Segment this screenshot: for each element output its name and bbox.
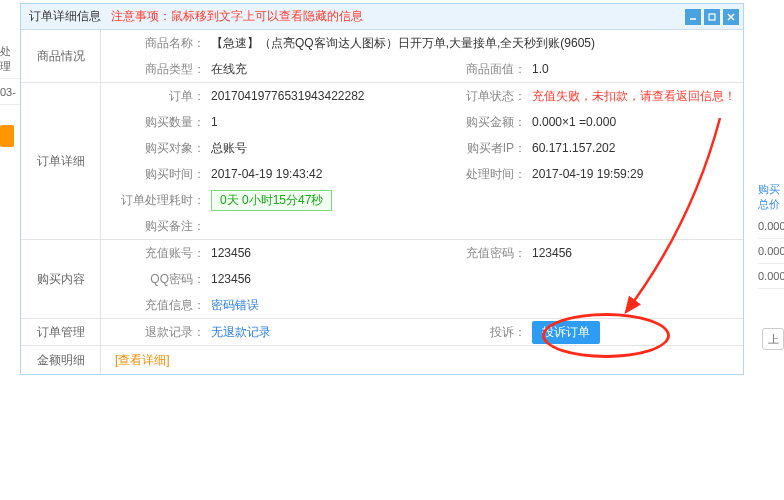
label: 投诉： bbox=[422, 324, 532, 341]
dialog-title: 订单详细信息 bbox=[29, 8, 101, 25]
label: 商品类型： bbox=[101, 61, 211, 78]
section-label: 商品情况 bbox=[21, 30, 101, 82]
recharge-pwd: 123456 bbox=[532, 246, 743, 260]
dialog-notice: 注意事项：鼠标移到文字上可以查看隐藏的信息 bbox=[111, 8, 363, 25]
product-type: 在线充 bbox=[211, 61, 422, 78]
bg-col-header: 购买总价 bbox=[758, 180, 784, 214]
order-amount: 0.000×1 =0.000 bbox=[532, 115, 743, 129]
label: 订单处理耗时： bbox=[101, 192, 211, 209]
order-detail-dialog: 订单详细信息 注意事项：鼠标移到文字上可以查看隐藏的信息 商品情况 商品名称： … bbox=[20, 3, 744, 375]
section-label: 金额明细 bbox=[21, 346, 101, 374]
label: 购买备注： bbox=[101, 218, 211, 235]
order-status: 充值失败，未扣款，请查看返回信息！ bbox=[532, 88, 743, 105]
label: 购买金额： bbox=[422, 114, 532, 131]
recharge-acct: 123456 bbox=[211, 246, 422, 260]
view-detail-link[interactable]: [查看详细] bbox=[115, 352, 170, 369]
label: 充值账号： bbox=[101, 245, 211, 262]
bg-row: 03- bbox=[0, 79, 20, 105]
label: 商品名称： bbox=[101, 35, 211, 52]
section-label: 订单详细 bbox=[21, 83, 101, 239]
label: 购买时间： bbox=[101, 166, 211, 183]
label: 处理时间： bbox=[422, 166, 532, 183]
refund-record: 无退款记录 bbox=[211, 324, 422, 341]
section-label: 订单管理 bbox=[21, 319, 101, 345]
label: 购买者IP： bbox=[422, 140, 532, 157]
section-amount-detail: 金额明细 [查看详细] bbox=[21, 346, 743, 374]
label: QQ密码： bbox=[101, 271, 211, 288]
svg-rect-1 bbox=[709, 14, 715, 20]
recharge-info: 密码错误 bbox=[211, 297, 743, 314]
section-recharge: 购买内容 充值账号：123456 充值密码：123456 QQ密码：123456… bbox=[21, 240, 743, 319]
bg-val: 0.000 bbox=[758, 214, 784, 239]
titlebar: 订单详细信息 注意事项：鼠标移到文字上可以查看隐藏的信息 bbox=[21, 4, 743, 30]
label: 充值信息： bbox=[101, 297, 211, 314]
label: 购买对象： bbox=[101, 140, 211, 157]
order-target: 总账号 bbox=[211, 140, 422, 157]
section-order: 订单详细 订单：201704197765319434222​82 订单状态：充值… bbox=[21, 83, 743, 240]
order-id: 201704197765319434222​82 bbox=[211, 89, 422, 103]
maximize-button[interactable] bbox=[704, 9, 720, 25]
label: 充值密码： bbox=[422, 245, 532, 262]
order-qty: 1 bbox=[211, 115, 422, 129]
bg-val: 0.000 bbox=[758, 264, 784, 289]
label: 购买数量： bbox=[101, 114, 211, 131]
section-product: 商品情况 商品名称： 【急速】（点亮QQ客询达人图标）日开万单,大量接单,全天秒… bbox=[21, 30, 743, 83]
label: 订单状态： bbox=[422, 88, 532, 105]
close-button[interactable] bbox=[723, 9, 739, 25]
bg-orange-tab bbox=[0, 125, 14, 147]
product-face: 1.0 bbox=[532, 62, 743, 76]
order-buytime: 2017-04-19 19:43:42 bbox=[211, 167, 422, 181]
section-manage: 订单管理 退款记录：无退款记录 投诉：投诉订单 bbox=[21, 319, 743, 346]
order-duration: 0天 0小时15分47秒 bbox=[211, 190, 332, 211]
label: 退款记录： bbox=[101, 324, 211, 341]
section-label: 购买内容 bbox=[21, 240, 101, 318]
complain-button[interactable]: 投诉订单 bbox=[532, 321, 600, 344]
label: 商品面值： bbox=[422, 61, 532, 78]
order-ip: 60.171.157.202 bbox=[532, 141, 743, 155]
minimize-button[interactable] bbox=[685, 9, 701, 25]
order-proctime: 2017-04-19 19:59:29 bbox=[532, 167, 743, 181]
recharge-qq: 123456 bbox=[211, 272, 743, 286]
product-name: 【急速】（点亮QQ客询达人图标）日开万单,大量接单,全天秒到账(9605) bbox=[211, 35, 743, 52]
bg-val: 0.000 bbox=[758, 239, 784, 264]
label: 订单： bbox=[101, 88, 211, 105]
bg-row: 处理 bbox=[0, 40, 20, 79]
bg-up-button[interactable]: 上 bbox=[762, 328, 784, 350]
